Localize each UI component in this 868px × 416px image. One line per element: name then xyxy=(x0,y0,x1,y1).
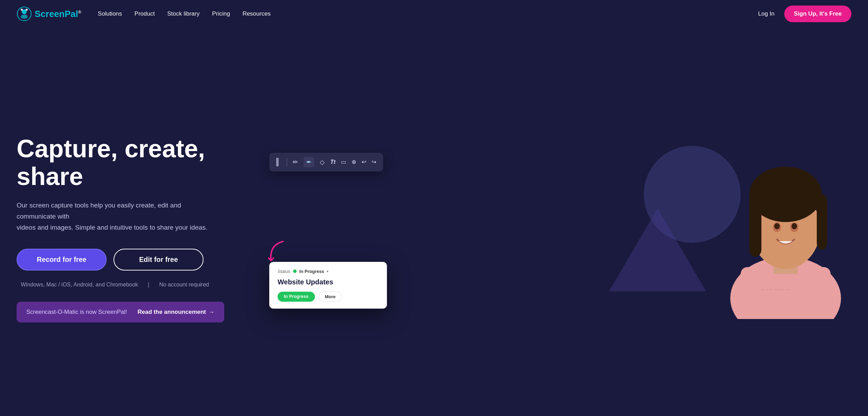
arrow-decoration xyxy=(266,238,290,271)
login-button[interactable]: Log In xyxy=(758,10,775,17)
arrow-svg xyxy=(266,238,290,269)
svg-text:~ ~ ~ ~ ~ ~ ~: ~ ~ ~ ~ ~ ~ ~ xyxy=(761,287,789,292)
svg-rect-6 xyxy=(741,267,831,319)
svg-point-14 xyxy=(774,223,780,229)
badge-in-progress[interactable]: In Progress xyxy=(278,292,315,302)
card-title: Website Updates xyxy=(278,278,379,286)
announcement-bar: Screencast-O-Matic is now ScreenPal! Rea… xyxy=(17,302,224,322)
status-value: In Progress xyxy=(299,269,324,274)
screenpal-logo-icon xyxy=(17,6,32,21)
toolbar-pencil-icon[interactable]: ✏ xyxy=(293,158,298,166)
hero-content: Capture, create, share Our screen captur… xyxy=(17,135,259,322)
toolbar-zoom-icon[interactable]: ⊕ xyxy=(352,159,356,165)
svg-point-2 xyxy=(21,15,28,19)
nav-right: Log In Sign Up, It's Free xyxy=(758,6,851,22)
bg-decoration-triangle xyxy=(609,208,706,291)
announcement-text: Screencast-O-Matic is now ScreenPal! xyxy=(26,309,127,316)
hero-person-photo: ~ ~ ~ ~ ~ ~ ~ xyxy=(720,153,851,319)
toolbar-eraser-icon[interactable]: ◇ xyxy=(320,158,325,166)
signup-button[interactable]: Sign Up, It's Free xyxy=(784,6,851,22)
toolbar-undo-icon[interactable]: ↩ xyxy=(362,159,366,165)
svg-point-4 xyxy=(26,9,28,11)
toolbar-text-icon[interactable]: Tt xyxy=(330,159,335,165)
record-free-button[interactable]: Record for free xyxy=(17,249,107,271)
brand-name: ScreenPal® xyxy=(35,9,81,19)
badge-more[interactable]: More xyxy=(318,292,342,302)
cta-buttons: Record for free Edit for free xyxy=(17,249,259,271)
toolbar-redo-icon[interactable]: ↪ xyxy=(372,159,376,165)
status-chevron-icon: ▾ xyxy=(327,269,328,273)
nav-solutions[interactable]: Solutions xyxy=(98,10,122,17)
nav-links: Solutions Product Stock library Pricing … xyxy=(98,10,758,17)
svg-rect-11 xyxy=(817,194,827,250)
hero-visual: ~ ~ ~ ~ ~ ~ ~ ▌ ✏ ✒ ◇ Tt ▭ ⊕ ↩ ↪ Status … xyxy=(259,139,851,319)
toolbar-pen-icon[interactable]: ✒ xyxy=(304,157,314,167)
status-row: Status In Progress ▾ xyxy=(278,269,379,274)
toolbar-divider: ▌ xyxy=(276,158,287,166)
card-badges: In Progress More xyxy=(278,292,379,302)
nav-pricing[interactable]: Pricing xyxy=(212,10,230,17)
nav-stock-library[interactable]: Stock library xyxy=(167,10,200,17)
navbar: ScreenPal® Solutions Product Stock libra… xyxy=(0,0,868,28)
platform-info: Windows, Mac / iOS, Android, and Chromeb… xyxy=(17,282,259,288)
svg-point-3 xyxy=(21,9,23,11)
person-svg: ~ ~ ~ ~ ~ ~ ~ xyxy=(720,153,851,319)
toolbar-rect-icon[interactable]: ▭ xyxy=(341,159,346,165)
hero-title: Capture, create, share xyxy=(17,135,259,190)
hero-section: Capture, create, share Our screen captur… xyxy=(0,28,868,416)
nav-product[interactable]: Product xyxy=(135,10,155,17)
edit-free-button[interactable]: Edit for free xyxy=(114,249,204,271)
svg-rect-10 xyxy=(749,194,761,257)
announcement-link[interactable]: Read the announcement → xyxy=(138,309,215,316)
status-dot xyxy=(293,269,297,273)
hero-subtitle: Our screen capture tools help you easily… xyxy=(17,200,217,233)
toolbar-strip: ▌ ✏ ✒ ◇ Tt ▭ ⊕ ↩ ↪ xyxy=(269,153,383,171)
nav-resources[interactable]: Resources xyxy=(243,10,271,17)
svg-point-15 xyxy=(792,223,797,229)
logo[interactable]: ScreenPal® xyxy=(17,6,81,21)
